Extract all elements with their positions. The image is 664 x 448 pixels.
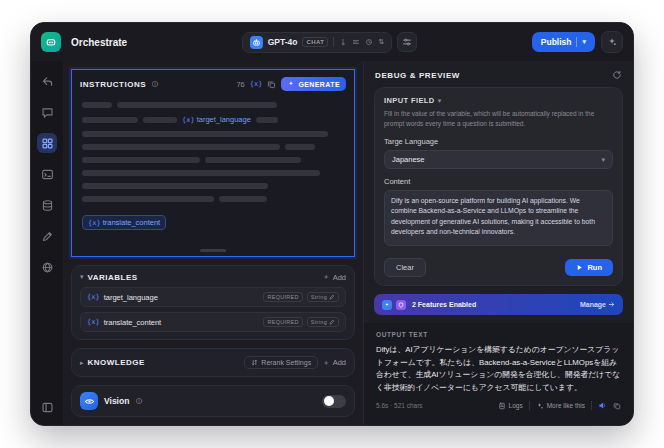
divider bbox=[591, 401, 592, 410]
chevron-down-icon: ▾ bbox=[80, 273, 84, 281]
feature-citation-icon bbox=[382, 300, 392, 310]
chevron-down-icon: ▾ bbox=[438, 97, 442, 105]
sidebar-item-api[interactable] bbox=[37, 164, 57, 184]
type-badge[interactable]: String bbox=[307, 317, 339, 327]
speaker-icon[interactable] bbox=[598, 401, 607, 410]
knowledge-title: KNOWLEDGE bbox=[88, 358, 145, 367]
app-logo-icon bbox=[41, 32, 61, 52]
input-field-header[interactable]: INPUT FIELD ▾ bbox=[384, 96, 613, 105]
sidebar-item-site[interactable] bbox=[37, 257, 57, 277]
vision-toggle[interactable] bbox=[322, 395, 346, 408]
model-settings-button[interactable] bbox=[397, 32, 417, 52]
edit-icon bbox=[329, 294, 335, 300]
generate-label: GENERATE bbox=[298, 81, 340, 88]
skeleton-line bbox=[82, 131, 344, 137]
chevron-updown-icon: ⇅ bbox=[378, 38, 384, 46]
header: Orchestrate GPT-4o CHAT ⇅ bbox=[31, 23, 633, 61]
required-badge: REQUIRED bbox=[263, 317, 302, 327]
sidebar-item-logs[interactable] bbox=[37, 195, 57, 215]
run-button[interactable]: Run bbox=[565, 259, 613, 276]
skeleton-line bbox=[82, 157, 344, 163]
sparkle-icon bbox=[287, 80, 295, 88]
content-textarea[interactable]: Dify is an open-source platform for buil… bbox=[384, 190, 613, 246]
variable-token-inline: {x}target_language bbox=[182, 115, 251, 124]
chevron-right-icon[interactable]: ▸ bbox=[80, 359, 84, 367]
logs-button[interactable]: Logs bbox=[498, 402, 523, 410]
model-selector[interactable]: GPT-4o CHAT ⇅ bbox=[242, 32, 392, 53]
skeleton-line: {x}target_language bbox=[82, 115, 344, 124]
header-actions: Publish ▾ bbox=[532, 31, 623, 53]
logs-icon bbox=[498, 402, 506, 410]
prompt-editor[interactable]: {x}target_language {x}translate_content bbox=[72, 96, 354, 256]
clear-button[interactable]: Clear bbox=[384, 258, 426, 277]
char-count: 76 bbox=[236, 80, 244, 89]
vision-icon bbox=[80, 392, 98, 410]
more-like-this-button[interactable]: More like this bbox=[536, 402, 585, 410]
variable-icon: {x} bbox=[87, 293, 100, 301]
output-section: OUTPUT TEXT Difyは、AIアプリケーションを構築するためのオープン… bbox=[364, 323, 633, 425]
model-mode-badge: CHAT bbox=[302, 37, 328, 47]
output-title: OUTPUT TEXT bbox=[376, 331, 621, 338]
instructions-header: INSTRUCTIONS 76 {x} GENERATE bbox=[72, 70, 354, 96]
resize-handle[interactable] bbox=[200, 249, 226, 252]
add-knowledge-button[interactable]: ＋ Add bbox=[322, 358, 346, 368]
sparkle-icon bbox=[536, 402, 544, 410]
target-language-select[interactable]: Japanese ▾ bbox=[384, 150, 613, 169]
type-badge[interactable]: String bbox=[307, 292, 339, 302]
input-field-description: Fill in the value of the variable, which… bbox=[384, 109, 613, 129]
model-name: GPT-4o bbox=[268, 37, 298, 47]
copy-output-icon[interactable] bbox=[613, 402, 621, 410]
debug-header: DEBUG & PREVIEW bbox=[364, 61, 633, 87]
refresh-icon[interactable] bbox=[612, 70, 622, 80]
insert-variable-icon[interactable]: {x} bbox=[250, 80, 263, 88]
generate-button[interactable]: GENERATE bbox=[281, 77, 346, 91]
assistant-button[interactable] bbox=[601, 31, 623, 53]
content-label: Content bbox=[384, 177, 613, 186]
variable-token-chip: {x}translate_content bbox=[82, 215, 166, 230]
orchestrate-panel: INSTRUCTIONS 76 {x} GENERATE bbox=[63, 61, 363, 425]
output-text: Difyは、AIアプリケーションを構築するためのオープンソースプラットフォームで… bbox=[376, 344, 621, 394]
output-meta: 5.6s · 521 chars bbox=[376, 402, 423, 409]
publish-button[interactable]: Publish ▾ bbox=[532, 32, 595, 52]
model-bar: GPT-4o CHAT ⇅ bbox=[135, 32, 524, 53]
skeleton-line bbox=[82, 144, 344, 150]
rerank-settings-button[interactable]: Rerank Settings bbox=[244, 356, 318, 369]
sidebar-item-annotation[interactable] bbox=[37, 226, 57, 246]
features-enabled-text: 2 Features Enabled bbox=[412, 301, 476, 308]
variable-icon: {x} bbox=[87, 318, 100, 326]
divider bbox=[333, 37, 334, 47]
skeleton-line bbox=[82, 102, 344, 108]
skeleton-line bbox=[82, 196, 344, 202]
back-button[interactable] bbox=[37, 71, 57, 91]
params-icon bbox=[365, 38, 373, 46]
publish-label: Publish bbox=[541, 37, 572, 47]
manage-features-button[interactable]: Manage bbox=[580, 301, 615, 308]
add-variable-button[interactable]: ＋ Add bbox=[322, 272, 346, 282]
copy-icon[interactable] bbox=[267, 80, 276, 89]
play-icon bbox=[576, 264, 583, 271]
variable-row[interactable]: {x} translate_content REQUIRED String bbox=[80, 312, 346, 332]
instructions-title: INSTRUCTIONS bbox=[80, 80, 146, 89]
max-tokens-icon bbox=[352, 38, 360, 46]
sidebar-item-orchestrate[interactable] bbox=[37, 133, 57, 153]
body: INSTRUCTIONS 76 {x} GENERATE bbox=[31, 61, 633, 425]
info-icon bbox=[151, 80, 159, 88]
variables-title: VARIABLES bbox=[88, 273, 138, 282]
chevron-down-icon: ▾ bbox=[582, 38, 586, 46]
collapse-panel-button[interactable] bbox=[37, 397, 57, 417]
required-badge: REQUIRED bbox=[263, 292, 302, 302]
info-icon bbox=[135, 397, 143, 405]
model-icon bbox=[250, 36, 263, 49]
variables-header[interactable]: ▾ VARIABLES ＋ Add bbox=[80, 272, 346, 282]
temperature-icon bbox=[339, 38, 347, 46]
actions-row: Clear Run bbox=[384, 258, 613, 277]
page-title: Orchestrate bbox=[71, 37, 127, 48]
chevron-down-icon: ▾ bbox=[601, 156, 605, 164]
sidebar-item-chat[interactable] bbox=[37, 102, 57, 122]
skeleton-line bbox=[82, 183, 344, 189]
rerank-icon bbox=[251, 359, 258, 366]
input-field-card: INPUT FIELD ▾ Fill in the value of the v… bbox=[374, 87, 623, 286]
arrow-right-icon bbox=[608, 301, 615, 308]
vision-card: Vision bbox=[71, 385, 355, 417]
variable-row[interactable]: {x} target_language REQUIRED String bbox=[80, 287, 346, 307]
